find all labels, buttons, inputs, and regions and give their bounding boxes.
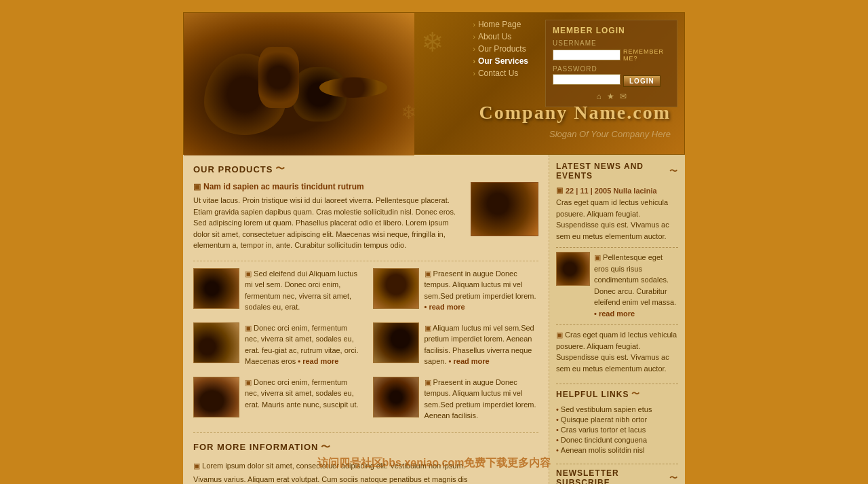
star-icon[interactable]: ★ — [607, 92, 614, 101]
product-item-6: ▣ Praesent in augue Donec tempus. Aliqua… — [373, 377, 539, 422]
product-item-1: ▣ Sed eleifend dui Aliquam luctus mi vel… — [193, 268, 359, 313]
news-date-1: ▣ 22 | 11 | 2005 Nulla lacinia — [556, 186, 678, 195]
helpful-links-header: HELPFUL LINKS 〜 — [556, 388, 678, 400]
p3-bullet: ▣ — [245, 324, 252, 332]
product-thumb-5 — [193, 377, 239, 417]
helpful-link-3[interactable]: • Cras varius tortor et lacus — [556, 426, 678, 434]
helpful-link-1[interactable]: • Sed vestibulum sapien etus — [556, 405, 678, 413]
product-text-2: ▣ Praesent in augue Donec tempus. Aliqua… — [425, 268, 539, 313]
password-label: PASSWORD — [553, 65, 670, 73]
divider-1 — [193, 261, 538, 261]
newsletter-header: NEWSLETTER SUBSCRIBE 〜 — [556, 468, 678, 484]
nav-arrow-about: › — [473, 33, 475, 41]
featured-text: ▣ Nam id sapien ac mauris tincidunt rutr… — [193, 182, 462, 251]
latest-news-header: LATEST NEWS AND EVENTS 〜 — [556, 162, 678, 181]
product-item-3: ▣ Donec orci enim, fermentum nec, viverr… — [193, 322, 359, 367]
p6-bullet: ▣ — [425, 378, 431, 386]
nav: › Home Page › About Us › Our Products › … — [473, 20, 528, 78]
product-text-6: ▣ Praesent in augue Donec tempus. Aliqua… — [425, 377, 539, 422]
header-decoration — [184, 13, 414, 155]
nav-contact[interactable]: › Contact Us — [473, 69, 528, 78]
p5-bullet: ▣ — [245, 378, 252, 386]
for-more-bullet: ▣ — [193, 462, 200, 470]
main-wrapper: OUR PRODUCTS 〜 ▣ Nam id sapien ac mauris… — [183, 155, 685, 484]
login-button[interactable]: LOGIN — [623, 75, 660, 87]
helpful-links-icon: 〜 — [631, 388, 640, 400]
read-more-2[interactable]: • read more — [425, 303, 465, 311]
helpful-link-4[interactable]: • Donec tincidunt conguena — [556, 436, 678, 444]
for-more-header: FOR MORE INFORMATION 〜 — [193, 441, 538, 453]
products-header-icon: 〜 — [275, 163, 285, 175]
nav-products[interactable]: › Our Products — [473, 44, 528, 54]
p4-bullet: ▣ — [425, 324, 431, 332]
nav-arrow-contact: › — [473, 70, 475, 77]
products-header-text: OUR PRODUCTS — [193, 164, 273, 174]
login-icons: ⌂ ★ ✉ — [553, 92, 670, 101]
product-thumb-2 — [373, 268, 419, 309]
helpful-links-section: HELPFUL LINKS 〜 • Sed vestibulum sapien … — [556, 388, 678, 454]
product-item-2: ▣ Praesent in augue Donec tempus. Aliqua… — [373, 268, 539, 313]
password-input[interactable] — [553, 74, 620, 85]
company-name-text: Company Name.com — [479, 102, 671, 123]
for-more-text: ▣ Lorem ipsum dolor sit amet, consectetu… — [193, 460, 538, 472]
news-text-2: ▣ Pellentesque eget eros quis risus cond… — [594, 252, 678, 319]
p1-bullet: ▣ — [245, 269, 252, 278]
username-input[interactable] — [553, 50, 620, 60]
helpful-link-2[interactable]: • Quisque plaerat nibh ortor — [556, 415, 678, 424]
news-thumb-2 — [556, 252, 590, 286]
username-label: USERNAME — [553, 39, 670, 47]
featured-bullet: ▣ — [193, 182, 201, 191]
product-text-4: ▣ Aliquam luctus mi vel sem.Sed pretium … — [425, 322, 539, 367]
snowflake-decoration-2: ❄ — [401, 101, 416, 124]
product-thumb-6 — [373, 377, 419, 417]
product-text-5: ▣ Donec orci enim, fermentum nec, viverr… — [245, 377, 359, 411]
for-more-header-text: FOR MORE INFORMATION — [193, 442, 318, 452]
login-title: MEMBER LOGIN — [553, 26, 670, 35]
latest-news-icon: 〜 — [669, 166, 678, 177]
p2-bullet: ▣ — [425, 269, 431, 278]
sidebar-divider-main — [556, 384, 678, 384]
slogan: Slogan Of Your Company Here — [549, 129, 671, 139]
product-thumb-1 — [193, 268, 239, 309]
product-item-5: ▣ Donec orci enim, fermentum nec, viverr… — [193, 377, 359, 422]
content: OUR PRODUCTS 〜 ▣ Nam id sapien ac mauris… — [183, 155, 549, 484]
nav-services[interactable]: › Our Services — [473, 56, 528, 66]
email-icon[interactable]: ✉ — [620, 92, 627, 101]
news-item-2: ▣ Pellentesque eget eros quis risus cond… — [556, 252, 678, 319]
company-name: Company Name.com — [479, 102, 671, 124]
featured-title: ▣ Nam id sapien ac mauris tincidunt rutr… — [193, 182, 462, 191]
home-icon[interactable]: ⌂ — [596, 92, 601, 101]
product-item-4: ▣ Aliquam luctus mi vel sem.Sed pretium … — [373, 322, 539, 367]
sidebar-divider-2 — [556, 324, 678, 325]
latest-news-section: LATEST NEWS AND EVENTS 〜 ▣ 22 | 11 | 200… — [556, 162, 678, 374]
product-grid: ▣ Sed eleifend dui Aliquam luctus mi vel… — [193, 268, 538, 426]
for-more-text-2: Vivamus varius. Aliquam erat volutpat. C… — [193, 474, 538, 484]
news-body-1: Cras eget quam id lectus vehicula posuer… — [556, 197, 678, 242]
divider-2 — [193, 432, 538, 433]
nav-arrow-services: › — [473, 58, 475, 65]
newsletter-section: NEWSLETTER SUBSCRIBE 〜 ▣ Cras eget quam … — [556, 468, 678, 484]
product-text-3: ▣ Donec orci enim, fermentum nec, viverr… — [245, 322, 359, 367]
featured-article: ▣ Nam id sapien ac mauris tincidunt rutr… — [193, 182, 538, 251]
for-more-section: FOR MORE INFORMATION 〜 ▣ Lorem ipsum dol… — [193, 441, 538, 485]
remember-text: REMEMBER ME? — [623, 48, 670, 62]
snowflake-decoration: ❄ — [421, 26, 444, 58]
helpful-link-5[interactable]: • Aenean molis solitdin nisl — [556, 446, 678, 454]
product-thumb-4 — [373, 322, 419, 363]
product-text-1: ▣ Sed eleifend dui Aliquam luctus mi vel… — [245, 268, 359, 313]
products-header: OUR PRODUCTS 〜 — [193, 163, 538, 175]
featured-image — [471, 182, 538, 236]
login-box: MEMBER LOGIN USERNAME REMEMBER ME? PASSW… — [545, 20, 677, 107]
news-read-more-2[interactable]: • read more — [594, 310, 635, 318]
header: › Home Page › About Us › Our Products › … — [183, 12, 685, 155]
nav-about[interactable]: › About Us — [473, 32, 528, 41]
read-more-4[interactable]: • read more — [449, 357, 490, 365]
nav-arrow-home: › — [473, 21, 475, 29]
nav-home[interactable]: › Home Page — [473, 20, 528, 29]
news-body-3: ▣ Cras eget quam id lectus vehicula posu… — [556, 329, 678, 374]
featured-body: Ut vitae lacus. Proin tristique wisi id … — [193, 195, 462, 251]
sidebar-divider-3 — [556, 464, 678, 464]
product-thumb-3 — [193, 322, 239, 363]
for-more-icon: 〜 — [321, 441, 331, 453]
read-more-3[interactable]: • read more — [298, 357, 338, 365]
